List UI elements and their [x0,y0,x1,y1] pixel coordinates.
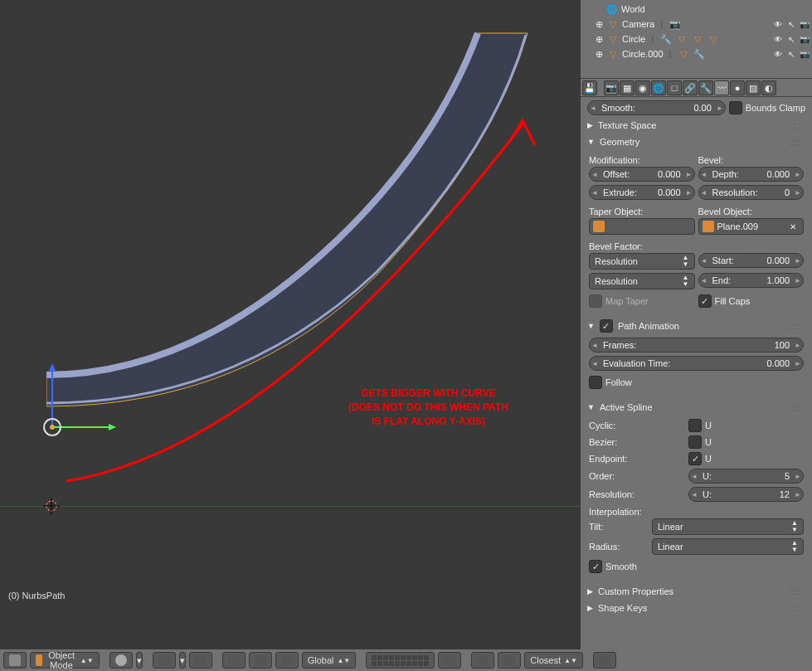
tab-layers-icon[interactable]: ▦ [620,80,635,95]
tilt-label: Tilt: [589,522,649,532]
smooth-field[interactable]: ◄ Smooth: 0.00 ► [587,100,726,115]
expand-icon[interactable]: ⊕ [594,34,604,45]
tab-world-icon[interactable]: 🌐 [651,80,666,95]
layers-button[interactable] [366,652,435,669]
panel-shape-keys[interactable]: ▶Shape Keys:::: [584,600,809,616]
start-field[interactable]: ◄Start:0.000► [698,253,805,268]
selectable-icon[interactable]: ↖ [785,18,797,30]
cube-icon [703,221,714,232]
expand-icon[interactable]: ⊕ [594,19,604,30]
selection-label: (0) NurbsPath [8,591,65,600]
panel-path-animation-body: ◄Frames:100► ◄Evaluation Time:0.000► Fol… [584,334,809,399]
snap-target-select[interactable]: Closest ▲▼ [524,652,583,669]
cyclic-u-check[interactable] [688,419,702,432]
tab-save-icon[interactable]: 💾 [582,80,597,95]
manipulator[interactable] [37,359,120,442]
visibility-icon[interactable]: 👁 [772,33,784,45]
snap-toggle[interactable] [471,652,494,669]
bounds-clamp-check[interactable] [729,101,742,114]
curve-geometry[interactable] [46,25,577,440]
panel-texture-space[interactable]: ▶Texture Space:::: [584,117,809,134]
path-anim-check[interactable] [600,319,613,333]
shading-button[interactable] [109,652,133,669]
selectable-icon[interactable]: ↖ [785,48,797,60]
resolution-field[interactable]: ◄Resolution:0► [698,185,805,200]
endpoint-u-check[interactable] [688,452,702,465]
smooth-label: Smooth: [601,103,635,113]
properties-scroll[interactable]: ◄ Smooth: 0.00 ► Bounds Clamp ▶Texture S… [581,97,812,671]
endpoint-label: Endpoint: [589,454,685,464]
curve-data-icon: ▽ [677,47,690,61]
radius-select[interactable]: Linear▲▼ [652,538,804,555]
frames-field[interactable]: ◄Frames:100► [589,338,804,353]
visibility-icon[interactable]: 👁 [772,18,784,30]
end-field[interactable]: ◄End:1.000► [698,273,805,288]
outliner-item-circle[interactable]: ⊕ ▽ Circle | 🔧 ▽ ▽ ▽ 👁 ↖ 📷 [582,32,810,46]
renderable-icon[interactable]: 📷 [799,18,810,30]
tab-modifiers-icon[interactable]: 🔧 [698,80,713,95]
bevel-mapping-end[interactable]: Resolution▲▼ [589,273,695,289]
snap-element[interactable] [498,652,521,669]
renderable-icon[interactable]: 📷 [799,33,810,45]
render-button[interactable] [593,652,616,669]
panel-title: Texture Space [598,120,656,130]
orientation-select[interactable]: Global ▲▼ [302,652,357,669]
panel-path-animation[interactable]: ▼Path Animation:::: [584,318,809,334]
outliner-item-camera[interactable]: ⊕ ▽ Camera | 📷 👁 ↖ 📷 [582,17,810,32]
cyclic-u-label: U [705,421,712,430]
editor-type-button[interactable] [3,652,27,669]
smooth-check[interactable] [589,560,602,573]
outliner-item-world[interactable]: 🌐 World [582,2,810,17]
outliner-item-circle000[interactable]: ⊕ ▽ Circle.000 | ▽ 🔧 👁 ↖ 📷 [582,46,810,61]
pivot-dd[interactable]: ▾ [179,652,186,669]
depth-field[interactable]: ◄Depth:0.000► [698,167,805,182]
outliner-label: Circle.000 [622,49,664,59]
reso-u-field[interactable]: ◄U:12► [688,487,804,502]
viewport-canvas[interactable]: GETS BIGGER WITH CURVE (DOES NOT DO THIS… [0,0,581,625]
tab-physics-icon[interactable]: ◐ [761,80,776,95]
selectable-icon[interactable]: ↖ [785,33,797,45]
tab-object-icon[interactable]: □ [667,80,682,95]
wrench-icon: 🔧 [693,47,706,61]
mode-select[interactable]: Object Mode ▲▼ [30,652,100,669]
follow-check[interactable] [589,376,602,389]
panel-active-spline[interactable]: ▼Active Spline:::: [584,399,809,416]
camdata-icon: 📷 [669,17,682,31]
panel-custom-properties[interactable]: ▶Custom Properties:::: [584,583,809,600]
tab-texture-icon[interactable]: ▨ [746,80,761,95]
mode-label: Object Mode [46,650,76,670]
curve-data-icon: ▽ [691,32,704,46]
bevel-object-field[interactable]: Plane.009✕ [698,218,805,235]
smooth-value: 0.00 [693,103,711,113]
manip-rotate-icon[interactable] [249,652,272,669]
layers-lock[interactable] [438,652,461,669]
visibility-icon[interactable]: 👁 [772,48,784,60]
bezier-u-check[interactable] [688,435,702,449]
extrude-field[interactable]: ◄Extrude:0.000► [589,185,695,200]
offset-field[interactable]: ◄Offset:0.000► [589,167,695,182]
eval-time-field[interactable]: ◄Evaluation Time:0.000► [589,356,804,371]
tab-material-icon[interactable]: ● [730,80,745,95]
manip-translate-icon[interactable] [222,652,246,669]
expand-icon[interactable]: ⊕ [594,49,604,60]
panel-geometry[interactable]: ▼Geometry:::: [584,134,809,150]
order-label: Order: [589,471,685,481]
tab-data-icon[interactable]: 〰 [714,80,729,95]
tab-scene-icon[interactable]: ◉ [635,80,650,95]
taper-object-field[interactable] [589,218,695,235]
viewport-3d[interactable]: GETS BIGGER WITH CURVE (DOES NOT DO THIS… [0,0,581,671]
tab-render-icon[interactable]: 📷 [604,80,619,95]
pivot-button[interactable] [153,652,176,669]
bevel-factor-label: Bevel Factor: [589,240,804,253]
order-u-field[interactable]: ◄U:5► [688,469,804,484]
manipulator-toggle[interactable] [189,652,212,669]
outliner[interactable]: 🌐 World ⊕ ▽ Camera | 📷 👁 ↖ 📷 ⊕ ▽ Circle … [581,0,812,79]
bevel-mapping-start[interactable]: Resolution▲▼ [589,253,695,270]
renderable-icon[interactable]: 📷 [799,48,810,60]
clear-icon[interactable]: ✕ [786,220,800,233]
shading-dd[interactable]: ▾ [136,652,143,669]
tab-constraints-icon[interactable]: 🔗 [683,80,698,95]
manip-scale-icon[interactable] [275,652,299,669]
fill-caps-check[interactable] [698,294,712,308]
tilt-select[interactable]: Linear▲▼ [652,518,804,535]
